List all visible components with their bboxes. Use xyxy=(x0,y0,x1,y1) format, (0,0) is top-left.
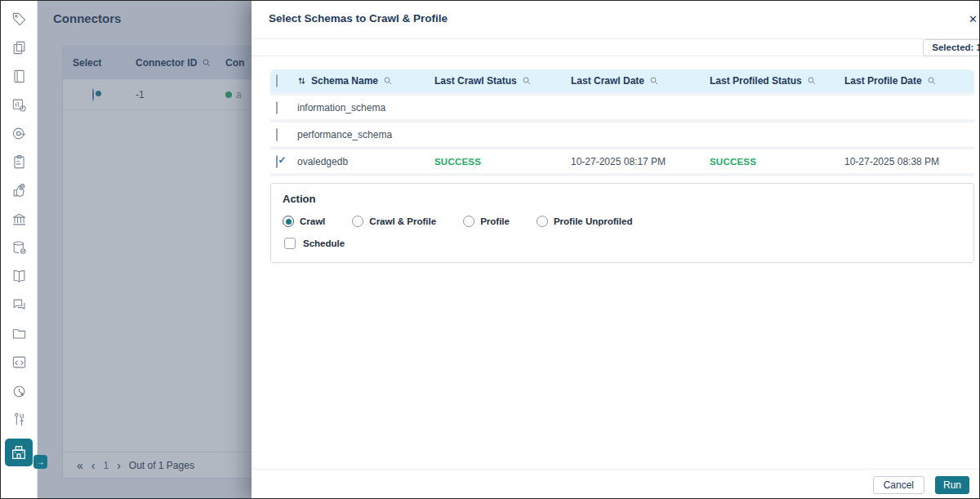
schema-name-cell: information_schema xyxy=(297,102,434,114)
radio-icon[interactable] xyxy=(352,216,363,227)
radio-icon[interactable] xyxy=(463,216,474,227)
search-icon[interactable] xyxy=(927,76,937,86)
radio-crawl-and-profile[interactable]: Crawl & Profile xyxy=(352,216,436,227)
cancel-button[interactable]: Cancel xyxy=(873,476,924,494)
schema-row-ovaledgedb: ovaledgedb SUCCESS 10-27-2025 08:17 PM S… xyxy=(270,149,974,176)
row-checkbox[interactable] xyxy=(276,128,278,141)
row-checkbox[interactable] xyxy=(276,101,278,114)
radio-crawl[interactable]: Crawl xyxy=(283,216,325,227)
last-profiled-status-cell: SUCCESS xyxy=(710,157,844,167)
action-section: Action Crawl Crawl & Profile Profile Pro… xyxy=(270,183,974,263)
run-button[interactable]: Run xyxy=(935,476,969,494)
column-last-profile-date: Last Profile Date xyxy=(844,75,922,87)
radio-profile[interactable]: Profile xyxy=(463,216,510,227)
column-last-crawl-date: Last Crawl Date xyxy=(571,75,644,87)
search-icon[interactable] xyxy=(649,76,659,86)
column-schema-name: Schema Name xyxy=(311,75,378,87)
action-radio-group: Crawl Crawl & Profile Profile Profile Un… xyxy=(283,216,962,227)
knowledge-book-icon[interactable] xyxy=(10,267,28,285)
column-last-crawl-status: Last Crawl Status xyxy=(434,75,517,87)
schema-row-information-schema: information_schema xyxy=(270,96,974,123)
schema-table: Schema Name Last Crawl Status Last Crawl… xyxy=(270,69,974,176)
modal-dim-overlay xyxy=(38,1,252,499)
last-crawl-date-cell: 10-27-2025 08:17 PM xyxy=(571,156,710,167)
schema-row-performance-schema: performance_schema xyxy=(270,123,974,149)
discussions-icon[interactable] xyxy=(10,296,28,314)
last-crawl-status-cell: SUCCESS xyxy=(434,157,571,167)
radio-icon[interactable] xyxy=(537,216,548,227)
schema-table-header: Schema Name Last Crawl Status Last Crawl… xyxy=(270,69,974,96)
left-nav-sidebar xyxy=(1,1,38,499)
scheduler-clock-icon[interactable] xyxy=(10,381,28,399)
select-schemas-modal: Select Schemas to Crawl & Profile ✕ Sele… xyxy=(252,1,980,499)
app-root: → Connectors Select Connector ID Con -1 … xyxy=(0,0,980,499)
search-icon[interactable] xyxy=(807,76,817,86)
copy-pages-icon[interactable] xyxy=(10,38,28,56)
gauge-icon[interactable] xyxy=(10,124,28,142)
modal-title: Select Schemas to Crawl & Profile xyxy=(269,12,448,25)
organization-building-icon[interactable] xyxy=(5,439,33,466)
tag-icon[interactable] xyxy=(10,10,28,28)
radio-icon[interactable] xyxy=(283,216,294,227)
last-profile-date-cell: 10-27-2025 08:38 PM xyxy=(844,156,974,167)
search-icon[interactable] xyxy=(522,76,532,86)
selected-count-badge: Selected: 1 xyxy=(923,39,980,56)
connectors-page-background: Connectors Select Connector ID Con -1 a … xyxy=(38,1,252,499)
schedule-option[interactable]: Schedule xyxy=(283,238,962,249)
database-check-icon[interactable] xyxy=(10,238,28,256)
badge-strip: Selected: 1 xyxy=(252,39,980,56)
action-heading: Action xyxy=(283,193,962,205)
sidebar-expand-arrow-icon[interactable]: → xyxy=(33,455,47,469)
search-icon[interactable] xyxy=(383,76,393,86)
tools-icon[interactable] xyxy=(10,410,28,428)
report-metrics-icon[interactable] xyxy=(10,96,28,114)
approval-thumbs-up-icon[interactable] xyxy=(10,181,28,199)
select-all-checkbox[interactable] xyxy=(276,74,278,87)
row-checkbox[interactable] xyxy=(276,155,278,168)
modal-title-bar: Select Schemas to Crawl & Profile ✕ xyxy=(252,1,980,39)
governance-bank-icon[interactable] xyxy=(10,210,28,228)
clipboard-tasks-icon[interactable] xyxy=(10,153,28,171)
query-code-icon[interactable] xyxy=(10,353,28,371)
files-folder-icon[interactable] xyxy=(10,324,28,342)
sort-icon[interactable] xyxy=(297,76,306,86)
column-last-profiled-status: Last Profiled Status xyxy=(710,75,802,87)
radio-profile-unprofiled[interactable]: Profile Unprofiled xyxy=(537,216,632,227)
notebook-icon[interactable] xyxy=(10,67,28,85)
schedule-checkbox[interactable] xyxy=(284,238,296,249)
schema-name-cell: performance_schema xyxy=(297,129,434,140)
schema-name-cell: ovaledgedb xyxy=(297,156,434,167)
close-icon[interactable]: ✕ xyxy=(969,13,980,25)
modal-footer: Cancel Run xyxy=(252,469,980,499)
